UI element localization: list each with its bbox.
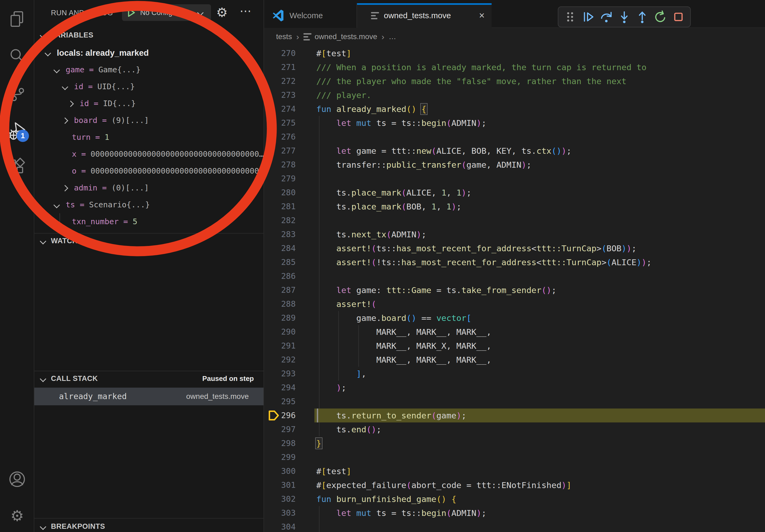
chevron-right-icon[interactable] <box>62 117 68 124</box>
variable-row-admin[interactable]: admin = (0)[...] <box>34 179 264 196</box>
variable-row-turn[interactable]: turn = 1 <box>34 129 264 146</box>
code-line-297[interactable]: 297 ts.end(); <box>264 422 765 436</box>
step-out-button[interactable] <box>635 10 649 24</box>
start-debug-icon[interactable] <box>126 7 136 18</box>
code-line-300[interactable]: 300#[test] <box>264 464 765 478</box>
code-line-286[interactable]: 286 <box>264 269 765 283</box>
search-icon[interactable] <box>8 46 27 65</box>
chevron-right-icon[interactable] <box>67 101 74 107</box>
code-line-285[interactable]: 285 assert!(!ts::has_most_recent_for_add… <box>264 255 765 269</box>
account-icon[interactable] <box>8 470 27 489</box>
code-line-288[interactable]: 288 assert!( <box>264 297 765 311</box>
line-number: 292 <box>264 353 296 367</box>
code-line-282[interactable]: 282 <box>264 213 765 227</box>
breadcrumb-item[interactable]: owned_tests.move <box>315 32 377 41</box>
chevron-down-icon <box>40 523 46 530</box>
variable-row-id[interactable]: id = ID{...} <box>34 95 264 112</box>
code-line-287[interactable]: 287 let game: ttt::Game = ts.take_from_s… <box>264 283 765 297</box>
call-stack-section-header[interactable]: CALL STACK Paused on step <box>34 371 264 386</box>
code-editor[interactable]: 270#[test]271/// When a position is alre… <box>264 46 765 532</box>
chevron-right-icon: › <box>296 32 299 42</box>
variables-scope-row[interactable]: locals: already_marked <box>34 45 264 61</box>
code-line-294[interactable]: 294 ); <box>264 381 765 395</box>
variable-row-game[interactable]: game = Game{...} <box>34 61 264 78</box>
breadcrumb-item[interactable]: … <box>389 32 396 41</box>
code-line-296[interactable]: 296 ts.return_to_sender(game); <box>264 408 765 422</box>
extensions-icon[interactable] <box>8 156 27 176</box>
code-line-295[interactable]: 295 <box>264 395 765 408</box>
variable-text: ts = Scenario{...} <box>66 196 150 213</box>
code-line-304[interactable]: 304 <box>264 520 765 532</box>
code-line-299[interactable]: 299 <box>264 450 765 464</box>
call-stack-frame[interactable]: already_marked owned_tests.move <box>34 388 264 405</box>
step-into-button[interactable] <box>617 10 631 24</box>
tab-welcome[interactable]: Welcome <box>264 3 357 28</box>
code-line-276[interactable]: 276 <box>264 130 765 144</box>
variable-value: Game{...} <box>98 65 141 74</box>
code-line-291[interactable]: 291 MARK__, MARK_X, MARK__, <box>264 339 765 353</box>
debug-settings-gear-icon[interactable]: ⚙ <box>215 4 230 21</box>
code-line-290[interactable]: 290 MARK__, MARK__, MARK__, <box>264 325 765 339</box>
code-line-273[interactable]: 273/// player. <box>264 88 765 102</box>
run-and-debug-sidebar: RUN AND DEBUG No Configur ⚙ ⋯ VARIABLES … <box>34 0 264 532</box>
code-line-302[interactable]: 302fun burn_unfinished_game() { <box>264 492 765 506</box>
continue-button[interactable] <box>581 10 595 24</box>
more-actions-icon[interactable]: ⋯ <box>237 2 254 20</box>
code-line-281[interactable]: 281 ts.place_mark(BOB, 1, 1); <box>264 199 765 213</box>
variable-row-txn_number[interactable]: txn_number = 5 <box>34 213 264 230</box>
code-line-271[interactable]: 271/// When a position is already marked… <box>264 60 765 74</box>
code-line-293[interactable]: 293 ], <box>264 367 765 381</box>
tab-owned-tests-move[interactable]: owned_tests.move × <box>357 3 491 28</box>
watch-section-header[interactable]: WATCH <box>34 234 264 249</box>
chevron-down-icon[interactable] <box>53 67 60 73</box>
breadcrumb[interactable]: tests › owned_tests.move › … <box>264 28 765 46</box>
code-text: MARK__, MARK__, MARK__, <box>316 325 491 339</box>
chevron-down-icon[interactable] <box>53 202 60 208</box>
settings-gear-icon[interactable]: ⚙ <box>8 506 27 526</box>
code-line-289[interactable]: 289 game.board() == vector[ <box>264 311 765 325</box>
variable-row-x[interactable]: x = 000000000000000000000000000000000000… <box>34 146 264 162</box>
code-line-275[interactable]: 275 let mut ts = ts::begin(ADMIN); <box>264 116 765 130</box>
debug-config-dropdown[interactable]: No Configur <box>122 4 211 21</box>
line-number: 273 <box>264 88 296 102</box>
variable-value: 1 <box>105 133 109 142</box>
indent-guide <box>60 213 60 230</box>
step-over-button[interactable] <box>599 10 613 24</box>
line-number: 289 <box>264 311 296 325</box>
code-text: fun already_marked() { <box>316 102 426 116</box>
variables-section-header[interactable]: VARIABLES <box>34 28 264 43</box>
breakpoints-section-header[interactable]: BREAKPOINTS <box>34 519 264 532</box>
chevron-right-icon[interactable] <box>62 185 68 191</box>
variable-row-ts[interactable]: ts = Scenario{...} <box>34 196 264 213</box>
code-line-274[interactable]: 274fun already_marked() { <box>264 102 765 116</box>
chevron-down-icon[interactable] <box>45 50 51 56</box>
code-line-272[interactable]: 272/// the player who made the "false" m… <box>264 74 765 88</box>
close-icon[interactable]: × <box>479 3 485 28</box>
variable-text: board = (9)[...] <box>74 112 149 129</box>
restart-button[interactable] <box>653 10 667 24</box>
code-line-278[interactable]: 278 transfer::public_transfer(game, ADMI… <box>264 158 765 172</box>
indent-guide <box>319 172 320 186</box>
variable-row-board[interactable]: board = (9)[...] <box>34 112 264 129</box>
source-control-icon[interactable] <box>8 83 27 102</box>
code-line-280[interactable]: 280 ts.place_mark(ALICE, 1, 1); <box>264 186 765 199</box>
code-line-303[interactable]: 303 let mut ts = ts::begin(ADMIN); <box>264 506 765 520</box>
variable-row-id[interactable]: id = UID{...} <box>34 78 264 95</box>
breadcrumb-item[interactable]: tests <box>276 32 292 41</box>
line-number: 287 <box>264 283 296 297</box>
variable-row-o[interactable]: o = 000000000000000000000000000000000000… <box>34 162 264 179</box>
frame-function: already_marked <box>59 388 127 405</box>
code-line-277[interactable]: 277 let game = ttt::new(ALICE, BOB, KEY,… <box>264 144 765 158</box>
code-line-283[interactable]: 283 ts.next_tx(ADMIN); <box>264 227 765 241</box>
code-line-301[interactable]: 301#[expected_failure(abort_code = ttt::… <box>264 478 765 492</box>
code-line-292[interactable]: 292 MARK__, MARK__, MARK__, <box>264 353 765 367</box>
explorer-icon[interactable] <box>8 9 27 29</box>
code-line-279[interactable]: 279 <box>264 172 765 186</box>
code-line-284[interactable]: 284 assert!(ts::has_most_recent_for_addr… <box>264 241 765 255</box>
debug-current-line-marker-icon[interactable] <box>268 409 280 423</box>
code-line-270[interactable]: 270#[test] <box>264 46 765 60</box>
code-line-298[interactable]: 298} <box>264 436 765 450</box>
drag-grip-handle[interactable] <box>563 10 577 24</box>
stop-button[interactable] <box>671 10 685 24</box>
chevron-down-icon[interactable] <box>62 84 68 90</box>
